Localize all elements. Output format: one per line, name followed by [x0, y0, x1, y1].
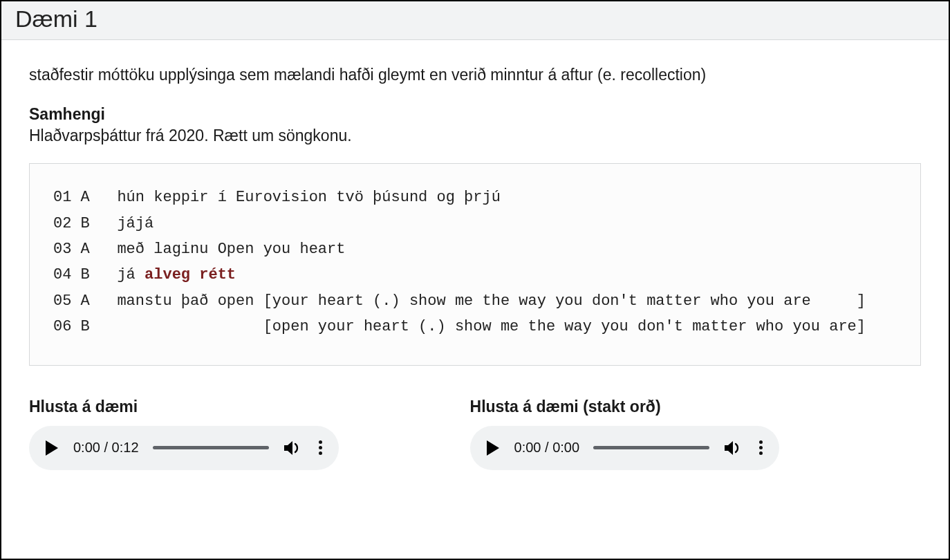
audio-row: Hlusta á dæmi 0:00 / 0:12 Hlusta á dæmi … — [29, 398, 921, 470]
context-label: Samhengi — [29, 105, 921, 124]
volume-icon[interactable] — [283, 440, 302, 456]
example-title: Dæmi 1 — [15, 6, 935, 32]
transcript-line: 05 A manstu það open [your heart (.) sho… — [53, 288, 904, 314]
volume-icon[interactable] — [723, 440, 743, 456]
transcript-line: 01 A hún keppir í Eurovision tvö þúsund … — [53, 185, 904, 210]
highlight-phrase: alveg rétt — [145, 266, 236, 283]
transcript-line: 06 B [open your heart (.) show me the wa… — [53, 314, 904, 339]
example-header: Dæmi 1 — [1, 1, 949, 40]
description-text: staðfestir móttöku upplýsinga sem mæland… — [29, 64, 921, 86]
audio-player-word: 0:00 / 0:00 — [470, 426, 780, 470]
transcript-line: 04 B já alveg rétt — [53, 262, 904, 288]
audio-time-word: 0:00 / 0:00 — [514, 440, 580, 456]
audio-block-full: Hlusta á dæmi 0:00 / 0:12 — [29, 398, 339, 470]
kebab-menu-icon[interactable] — [756, 440, 765, 455]
play-icon[interactable] — [46, 440, 58, 456]
audio-label-full: Hlusta á dæmi — [29, 398, 339, 416]
context-text: Hlaðvarpsþáttur frá 2020. Rætt um söngko… — [29, 127, 921, 145]
audio-label-word: Hlusta á dæmi (stakt orð) — [470, 398, 780, 416]
progress-track-full[interactable] — [153, 446, 269, 449]
progress-track-word[interactable] — [593, 446, 709, 449]
play-icon[interactable] — [487, 440, 499, 456]
audio-player-full: 0:00 / 0:12 — [29, 426, 339, 470]
example-content: staðfestir móttöku upplýsinga sem mæland… — [1, 40, 949, 491]
audio-block-word: Hlusta á dæmi (stakt orð) 0:00 / 0:00 — [470, 398, 780, 470]
example-panel: Dæmi 1 staðfestir móttöku upplýsinga sem… — [0, 0, 950, 560]
transcript-line: 02 B jájá — [53, 211, 904, 236]
audio-time-full: 0:00 / 0:12 — [73, 440, 139, 456]
transcript-box: 01 A hún keppir í Eurovision tvö þúsund … — [29, 163, 921, 365]
kebab-menu-icon[interactable] — [316, 440, 325, 455]
transcript-line: 03 A með laginu Open you heart — [53, 236, 904, 262]
